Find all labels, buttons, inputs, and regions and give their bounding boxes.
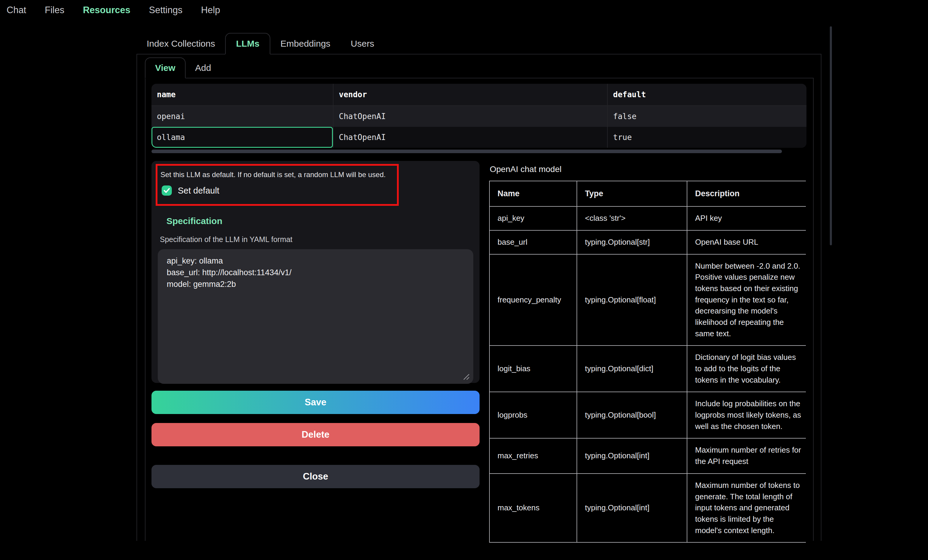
params-row: max_retriestyping.Optional[int]Maximum n… <box>490 438 806 473</box>
nav-item-resources[interactable]: Resources <box>83 5 131 15</box>
tab-llms[interactable]: LLMs <box>225 33 270 55</box>
params-cell: typing.Optional[int] <box>577 438 687 473</box>
params-cell: OpenAI base URL <box>687 230 806 254</box>
llms-tab-panel: ViewAdd namevendordefaultopenaiChatOpenA… <box>136 54 821 541</box>
params-cell: base_url <box>490 230 577 254</box>
params-column-description: Description <box>687 181 806 206</box>
nav-item-chat[interactable]: Chat <box>6 5 26 15</box>
app-window: ChatFilesResourcesSettingsHelp Index Col… <box>0 0 928 560</box>
params-cell: Maximum number of tokens to generate. Th… <box>687 473 806 542</box>
table-header-row: namevendordefault <box>151 84 806 106</box>
tab-embeddings[interactable]: Embeddings <box>270 33 341 55</box>
params-row-partial <box>490 542 806 543</box>
params-cell: logit_bias <box>490 345 577 392</box>
table-cell[interactable]: ollama <box>151 127 333 148</box>
params-column-type: Type <box>577 181 687 206</box>
nav-item-settings[interactable]: Settings <box>149 5 182 15</box>
params-cell: Maximum number of retries for the API re… <box>687 438 806 473</box>
subtab-view[interactable]: View <box>145 58 186 78</box>
column-header-vendor: vendor <box>333 84 607 105</box>
horizontal-scrollbar-thumb[interactable] <box>151 149 782 153</box>
resource-tabs: Index CollectionsLLMsEmbeddingsUsers <box>136 33 821 55</box>
params-cell <box>490 542 577 543</box>
table-cell[interactable]: true <box>607 127 806 148</box>
tab-users[interactable]: Users <box>341 33 385 55</box>
save-button[interactable]: Save <box>151 391 479 414</box>
table-row[interactable]: openaiChatOpenAIfalse <box>151 106 806 127</box>
table-cell[interactable]: false <box>607 106 806 127</box>
set-default-note: Set this LLM as default. If no default i… <box>160 170 395 179</box>
params-cell: typing.Optional[int] <box>577 473 687 542</box>
model-params-table: NameTypeDescription api_key<class 'str'>… <box>489 181 806 543</box>
llm-detail-panel: Set this LLM as default. If no default i… <box>151 161 479 383</box>
params-header-row: NameTypeDescription <box>490 181 806 206</box>
nav-item-help[interactable]: Help <box>201 5 220 15</box>
params-cell: max_tokens <box>490 473 577 542</box>
table-cell[interactable]: ChatOpenAI <box>333 127 607 148</box>
params-cell: Dictionary of logit bias values to add t… <box>687 345 806 392</box>
params-row: api_key<class 'str'>API key <box>490 206 806 230</box>
resources-page: Index CollectionsLLMsEmbeddingsUsers Vie… <box>136 33 821 541</box>
table-row[interactable]: ollamaChatOpenAItrue <box>151 127 806 148</box>
model-params-header: NameTypeDescription <box>490 181 806 206</box>
model-params-body: api_key<class 'str'>API keybase_urltypin… <box>490 206 806 543</box>
params-cell: typing.Optional[str] <box>577 230 687 254</box>
params-row: max_tokenstyping.Optional[int]Maximum nu… <box>490 473 806 542</box>
params-row: logprobstyping.Optional[bool]Include log… <box>490 392 806 438</box>
params-cell: max_retries <box>490 438 577 473</box>
column-header-default: default <box>607 84 806 105</box>
model-params-title: OpenAI chat model <box>490 164 806 174</box>
params-cell: frequency_penalty <box>490 254 577 346</box>
subtab-add[interactable]: Add <box>186 58 221 78</box>
view-add-tabs: ViewAdd <box>145 58 814 78</box>
table-cell[interactable]: ChatOpenAI <box>333 106 607 127</box>
params-cell: api_key <box>490 206 577 230</box>
llm-list-table: namevendordefaultopenaiChatOpenAIfalseol… <box>151 84 806 148</box>
yaml-editor-wrap: api_key: ollama base_url: http://localho… <box>158 249 473 384</box>
params-row: frequency_penaltytyping.Optional[float]N… <box>490 254 806 346</box>
params-column-name: Name <box>490 181 577 206</box>
table-cell[interactable]: openai <box>151 106 333 127</box>
params-row: logit_biastyping.Optional[dict]Dictionar… <box>490 345 806 392</box>
close-button[interactable]: Close <box>151 465 479 488</box>
params-cell: Include log probabilities on the logprob… <box>687 392 806 438</box>
params-cell <box>577 542 687 543</box>
params-cell: Number between -2.0 and 2.0. Positive va… <box>687 254 806 346</box>
set-default-row: Set default <box>160 186 395 196</box>
specification-heading: Specification <box>166 216 475 226</box>
top-nav: ChatFilesResourcesSettingsHelp <box>6 5 220 15</box>
model-params-column: OpenAI chat model NameTypeDescription ap… <box>489 161 806 543</box>
params-cell: API key <box>687 206 806 230</box>
params-cell: typing.Optional[float] <box>577 254 687 346</box>
annotation-highlight-box: Set this LLM as default. If no default i… <box>156 164 399 206</box>
params-row: base_urltyping.Optional[str]OpenAI base … <box>490 230 806 254</box>
params-cell: typing.Optional[dict] <box>577 345 687 392</box>
tab-index-collections[interactable]: Index Collections <box>136 33 225 55</box>
set-default-label: Set default <box>178 186 220 196</box>
nav-item-files[interactable]: Files <box>44 5 64 15</box>
yaml-spec-textarea[interactable]: api_key: ollama base_url: http://localho… <box>158 249 473 384</box>
detail-columns: Set this LLM as default. If no default i… <box>151 161 806 543</box>
params-cell: logprobs <box>490 392 577 438</box>
column-header-name: name <box>151 84 333 105</box>
resize-grip-icon[interactable] <box>463 374 470 380</box>
delete-button[interactable]: Delete <box>151 423 479 446</box>
view-tab-panel: namevendordefaultopenaiChatOpenAIfalseol… <box>145 78 814 541</box>
horizontal-scrollbar[interactable] <box>151 149 806 153</box>
params-cell: typing.Optional[bool] <box>577 392 687 438</box>
set-default-checkbox[interactable] <box>162 186 172 196</box>
vertical-scrollbar-thumb[interactable] <box>830 26 832 245</box>
specification-subtitle: Specification of the LLM in YAML format <box>160 235 475 244</box>
llm-detail-column: Set this LLM as default. If no default i… <box>151 161 479 543</box>
params-cell <box>687 542 806 543</box>
check-icon <box>163 188 170 193</box>
params-cell: <class 'str'> <box>577 206 687 230</box>
